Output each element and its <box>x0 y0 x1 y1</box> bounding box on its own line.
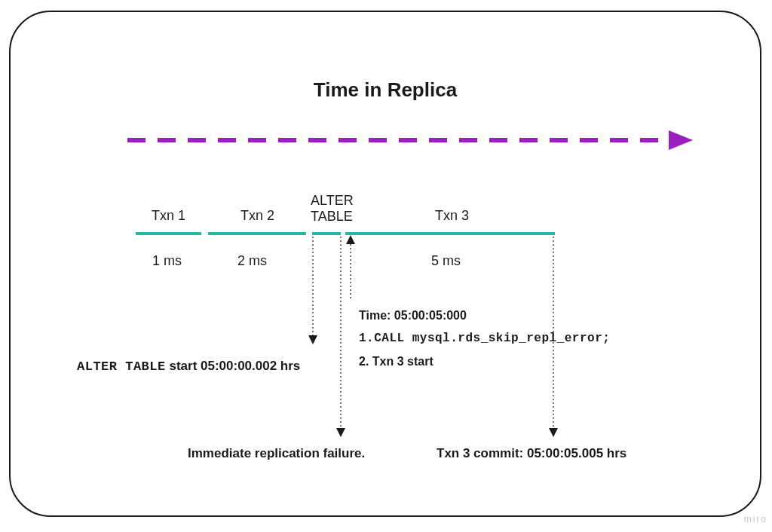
notes-block: Time: 05:00:05:000 1.CALL mysql.rds_skip… <box>359 304 610 373</box>
time-arrow <box>127 129 693 151</box>
duration-txn2: 2 ms <box>237 253 267 269</box>
duration-txn3: 5 ms <box>431 253 461 269</box>
note-call: 1.CALL mysql.rds_skip_repl_error; <box>359 327 610 350</box>
bar-txn2 <box>208 232 306 235</box>
bar-txn1 <box>136 232 201 235</box>
svg-marker-1 <box>669 130 693 150</box>
alter-start-suffix: start 05:00:00.002 hrs <box>166 359 301 373</box>
failure-text: Immediate replication failure. <box>188 446 365 461</box>
diagram-title: Time in Replica <box>11 78 760 102</box>
label-txn1: Txn 1 <box>152 208 185 224</box>
alter-start-text: ALTER TABLE start 05:00:00.002 hrs <box>77 359 300 374</box>
diagram-frame: Time in Replica Txn 1 Txn 2 ALTERTABLE T… <box>9 11 761 517</box>
label-txn2: Txn 2 <box>240 208 274 224</box>
duration-txn1: 1 ms <box>152 253 182 269</box>
alter-start-prefix: ALTER TABLE <box>77 359 166 374</box>
bar-alter <box>312 232 341 235</box>
label-alter-text: ALTERTABLE <box>311 193 354 224</box>
label-txn3: Txn 3 <box>435 208 469 224</box>
label-alter: ALTERTABLE <box>311 193 354 224</box>
watermark: miro <box>744 514 767 524</box>
commit-text: Txn 3 commit: 05:00:05.005 hrs <box>437 446 626 461</box>
bar-txn3 <box>345 232 555 235</box>
note-txn3: 2. Txn 3 start <box>359 350 610 373</box>
note-time: Time: 05:00:05:000 <box>359 304 610 327</box>
